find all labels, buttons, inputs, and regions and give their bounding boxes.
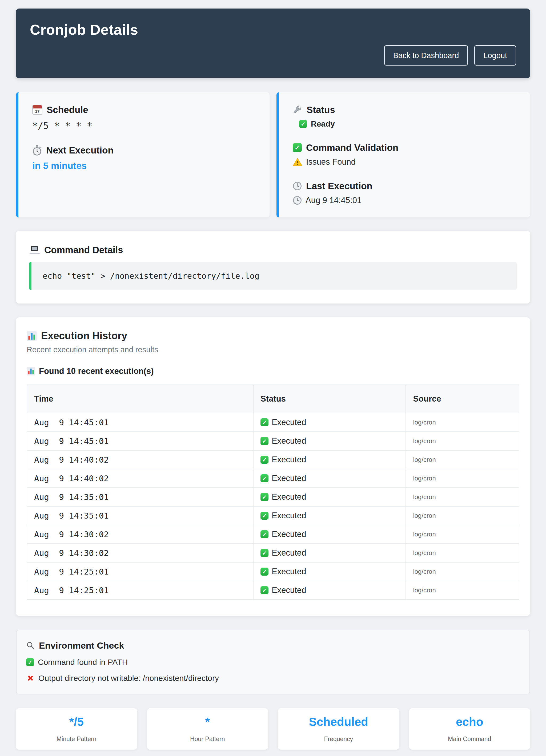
last-execution-value: Aug 9 14:45:01 <box>306 196 362 205</box>
app-header: Cronjob Details Back to Dashboard Logout <box>16 9 530 78</box>
stat-card: */5 Minute Pattern <box>16 708 137 750</box>
history-status: Executed <box>260 548 399 558</box>
next-execution-heading: Next Execution <box>32 145 256 156</box>
validation-result-line: Issues Found <box>293 157 516 167</box>
table-row: Aug 9 14:45:01 Executed log/cron <box>27 432 519 450</box>
stat-value: * <box>205 715 210 729</box>
history-status: Executed <box>260 529 399 539</box>
history-source: log/cron <box>406 488 519 506</box>
last-execution-title: Last Execution <box>306 181 373 191</box>
column-header-source: Source <box>406 385 519 413</box>
last-execution-heading: Last Execution <box>293 181 516 191</box>
history-source: log/cron <box>406 469 519 488</box>
history-time: Aug 9 14:35:01 <box>27 488 253 506</box>
execution-history-subtitle: Recent execution attempts and results <box>27 345 519 354</box>
check-icon <box>260 549 268 557</box>
check-icon <box>26 658 34 666</box>
environment-check-card: Environment Check Command found in PATH … <box>16 630 530 694</box>
cross-icon <box>26 674 35 682</box>
env-check-fail-label: Output directory not writable: /nonexist… <box>38 674 219 683</box>
status-title: Status <box>307 104 335 115</box>
status-ready-label: Ready <box>311 119 335 128</box>
history-source: log/cron <box>406 413 519 432</box>
table-row: Aug 9 14:45:01 Executed log/cron <box>27 413 519 432</box>
environment-check-heading: Environment Check <box>26 640 520 651</box>
history-status-label: Executed <box>272 511 306 520</box>
history-status: Executed <box>260 418 399 427</box>
env-check-pass-label: Command found in PATH <box>38 658 128 667</box>
history-status: Executed <box>260 492 399 502</box>
found-executions-line: Found 10 recent execution(s) <box>27 366 519 376</box>
check-icon <box>260 418 268 426</box>
history-source: log/cron <box>406 581 519 600</box>
check-icon <box>260 437 268 445</box>
info-cards-row: Schedule */5 * * * * Next Execution in 5… <box>16 92 530 217</box>
calendar-icon <box>32 105 42 115</box>
history-status: Executed <box>260 436 399 446</box>
check-icon <box>260 568 268 576</box>
back-to-dashboard-button[interactable]: Back to Dashboard <box>384 45 468 66</box>
history-status: Executed <box>260 474 399 483</box>
table-row: Aug 9 14:30:02 Executed log/cron <box>27 544 519 562</box>
stat-value: Scheduled <box>309 715 369 729</box>
history-time: Aug 9 14:45:01 <box>27 432 253 450</box>
stat-value: */5 <box>69 715 84 729</box>
status-ready-line: Ready <box>293 119 516 128</box>
history-source: log/cron <box>406 432 519 450</box>
next-execution-title: Next Execution <box>46 145 114 156</box>
table-row: Aug 9 14:40:02 Executed log/cron <box>27 450 519 469</box>
table-row: Aug 9 14:25:01 Executed log/cron <box>27 581 519 600</box>
execution-history-card: Execution History Recent execution attem… <box>16 317 530 616</box>
table-row: Aug 9 14:30:02 Executed log/cron <box>27 525 519 544</box>
stat-label: Frequency <box>324 735 353 743</box>
check-icon <box>260 474 268 482</box>
command-validation-title: Command Validation <box>306 142 398 153</box>
table-row: Aug 9 14:40:02 Executed log/cron <box>27 469 519 488</box>
env-check-pass-line: Command found in PATH <box>26 658 520 667</box>
page-title: Cronjob Details <box>30 21 516 38</box>
logout-button[interactable]: Logout <box>474 45 516 66</box>
stat-label: Hour Pattern <box>190 735 225 743</box>
execution-history-title: Execution History <box>41 330 127 342</box>
next-execution-value: in 5 minutes <box>32 160 256 171</box>
schedule-title: Schedule <box>47 104 88 115</box>
history-table-body: Aug 9 14:45:01 Executed log/cron Aug 9 1… <box>27 413 519 600</box>
command-details-heading: Command Details <box>29 245 517 255</box>
command-code: echo "test" > /nonexistent/directory/fil… <box>29 262 517 290</box>
check-icon <box>260 456 268 464</box>
magnifier-icon <box>26 641 35 650</box>
status-heading: Status <box>293 104 516 115</box>
execution-history-heading: Execution History <box>27 330 519 342</box>
command-details-title: Command Details <box>44 245 123 255</box>
history-time: Aug 9 14:25:01 <box>27 562 253 581</box>
check-icon <box>260 493 268 501</box>
history-source: log/cron <box>406 525 519 544</box>
stat-label: Main Command <box>448 735 491 743</box>
history-source: log/cron <box>406 544 519 562</box>
execution-history-table: Time Status Source Aug 9 14:45:01 Execut… <box>27 385 519 600</box>
table-row: Aug 9 14:35:01 Executed log/cron <box>27 488 519 506</box>
table-row: Aug 9 14:35:01 Executed log/cron <box>27 506 519 525</box>
check-icon <box>293 143 302 152</box>
schedule-card: Schedule */5 * * * * Next Execution in 5… <box>16 92 269 217</box>
history-status-label: Executed <box>272 529 306 539</box>
environment-check-title: Environment Check <box>39 640 124 651</box>
stat-card: echo Main Command <box>409 708 530 750</box>
history-status-label: Executed <box>272 585 306 595</box>
column-header-status: Status <box>253 385 406 413</box>
history-time: Aug 9 14:40:02 <box>27 450 253 469</box>
history-status: Executed <box>260 567 399 576</box>
stat-card: * Hour Pattern <box>147 708 268 750</box>
env-check-fail-line: Output directory not writable: /nonexist… <box>26 674 520 683</box>
cron-expression: */5 * * * * <box>32 120 256 131</box>
table-row: Aug 9 14:25:01 Executed log/cron <box>27 562 519 581</box>
stat-label: Minute Pattern <box>56 735 96 743</box>
history-source: log/cron <box>406 562 519 581</box>
history-status-label: Executed <box>272 436 306 446</box>
wrench-icon <box>293 105 302 115</box>
last-execution-line: Aug 9 14:45:01 <box>293 196 516 205</box>
table-header-row: Time Status Source <box>27 385 519 413</box>
clock-icon <box>293 181 302 191</box>
history-status-label: Executed <box>272 567 306 576</box>
check-icon <box>260 512 268 520</box>
